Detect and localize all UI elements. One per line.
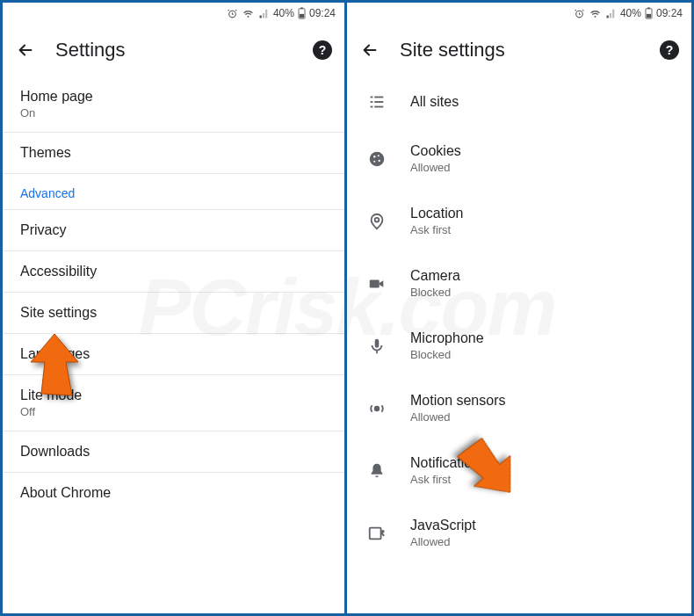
battery-icon (645, 7, 653, 19)
settings-list: Home page On Themes Advanced Privacy Acc… (3, 76, 344, 513)
list-icon (365, 92, 389, 112)
phone-right: 40% 09:24 Site settings ? All sites (347, 0, 694, 616)
row-microphone[interactable]: Microphone Blocked (347, 315, 691, 377)
row-javascript[interactable]: JavaScript Allowed (347, 502, 691, 564)
status-bar: 40% 09:24 (347, 3, 691, 24)
javascript-icon (365, 524, 389, 543)
battery-percent: 40% (620, 7, 641, 19)
svg-rect-23 (370, 527, 381, 539)
row-all-sites[interactable]: All sites (347, 76, 691, 127)
bell-icon (365, 461, 389, 481)
svg-point-18 (373, 160, 375, 162)
motion-icon (365, 399, 389, 418)
svg-rect-2 (300, 7, 303, 9)
svg-rect-21 (375, 338, 380, 347)
site-settings-list: All sites Cookies Allowed Location A (347, 76, 691, 564)
row-location[interactable]: Location Ask first (347, 190, 691, 252)
row-languages[interactable]: Languages (3, 334, 344, 375)
page-title: Settings (55, 39, 293, 62)
cookie-icon (365, 149, 389, 169)
svg-point-15 (373, 156, 375, 157)
wifi-icon (242, 8, 255, 19)
svg-rect-8 (371, 97, 373, 98)
app-bar: Site settings ? (347, 24, 691, 76)
row-home-page[interactable]: Home page On (3, 76, 344, 133)
row-accessibility[interactable]: Accessibility (3, 251, 344, 293)
clock-time: 09:24 (656, 7, 683, 19)
row-camera[interactable]: Camera Blocked (347, 252, 691, 315)
row-themes[interactable]: Themes (3, 133, 344, 174)
battery-percent: 40% (273, 7, 294, 19)
svg-point-14 (370, 151, 385, 166)
help-button[interactable]: ? (313, 40, 332, 60)
clock-time: 09:24 (309, 7, 336, 19)
page-title: Site settings (400, 39, 640, 62)
row-motion-sensors[interactable]: Motion sensors Allowed (347, 377, 691, 439)
svg-rect-12 (371, 106, 373, 108)
section-advanced: Advanced (3, 174, 344, 210)
svg-point-19 (375, 217, 380, 221)
svg-rect-9 (374, 97, 383, 98)
row-about-chrome[interactable]: About Chrome (3, 473, 344, 513)
svg-rect-13 (374, 106, 383, 108)
row-downloads[interactable]: Downloads (3, 431, 344, 473)
battery-icon (298, 7, 306, 19)
svg-rect-11 (374, 101, 383, 103)
status-bar: 40% 09:24 (3, 3, 344, 24)
phone-left: 40% 09:24 Settings ? Home page On Themes… (0, 0, 347, 616)
row-notifications[interactable]: Notifications Ask first (347, 439, 691, 502)
row-cookies[interactable]: Cookies Allowed (347, 127, 691, 190)
help-button[interactable]: ? (660, 40, 679, 60)
signal-icon (605, 8, 617, 19)
svg-point-17 (379, 159, 380, 161)
svg-rect-3 (300, 14, 304, 18)
alarm-icon (574, 8, 585, 19)
wifi-icon (589, 8, 602, 19)
svg-rect-10 (371, 101, 373, 103)
svg-rect-20 (370, 279, 380, 287)
svg-rect-7 (647, 14, 651, 18)
row-lite-mode[interactable]: Lite mode Off (3, 375, 344, 431)
microphone-icon (365, 337, 389, 356)
svg-rect-6 (647, 7, 650, 9)
row-privacy[interactable]: Privacy (3, 210, 344, 251)
camera-icon (365, 274, 389, 294)
svg-point-16 (378, 155, 380, 156)
row-site-settings[interactable]: Site settings (3, 293, 344, 334)
location-icon (365, 212, 389, 231)
back-button[interactable] (15, 40, 36, 61)
back-button[interactable] (359, 40, 380, 61)
app-bar: Settings ? (3, 24, 344, 76)
svg-point-22 (375, 406, 380, 410)
signal-icon (258, 8, 270, 19)
alarm-icon (227, 8, 238, 19)
